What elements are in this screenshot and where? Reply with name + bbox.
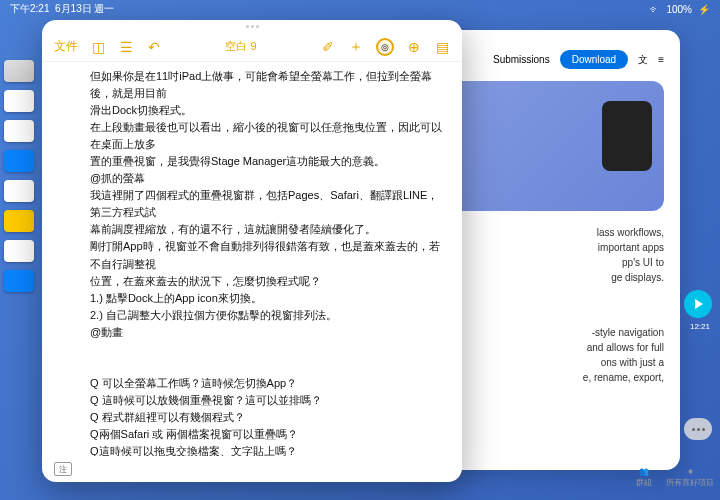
- more-icon[interactable]: [684, 418, 712, 440]
- app-thumbnail[interactable]: [4, 180, 34, 202]
- note-body[interactable]: 但如果你是在11吋iPad上做事，可能會希望全螢幕工作，但拉到全螢幕後，就是用目…: [42, 62, 462, 456]
- wifi-icon: ᯤ: [650, 4, 660, 15]
- sidebar-icon[interactable]: ◫: [90, 39, 106, 55]
- submissions-link[interactable]: Submissions: [493, 54, 550, 65]
- people-icon: 👥: [639, 467, 649, 476]
- annotation-icon[interactable]: 注: [54, 462, 72, 476]
- add-icon[interactable]: ＋: [348, 39, 364, 55]
- notes-toolbar: 文件 ◫ ☰ ↶ 空白 9 ✐ ＋ ◎ ⊕ ▤: [42, 32, 462, 62]
- window-grabber[interactable]: [42, 20, 462, 32]
- app-thumbnail[interactable]: [4, 60, 34, 82]
- star-icon: ★: [687, 467, 694, 476]
- list-icon[interactable]: ☰: [118, 39, 134, 55]
- bookmark-icon[interactable]: ▤: [434, 39, 450, 55]
- status-bar: 下午2:21 6月13日 週一 ᯤ 100% ⚡: [0, 0, 720, 18]
- ipad-mockup-image: [436, 81, 664, 211]
- undo-icon[interactable]: ↶: [146, 39, 162, 55]
- app-thumbnail[interactable]: [4, 270, 34, 292]
- download-button[interactable]: Download: [560, 50, 628, 69]
- app-thumbnail[interactable]: [4, 90, 34, 112]
- brush-icon[interactable]: ✐: [320, 39, 336, 55]
- play-button[interactable]: [684, 290, 712, 318]
- notes-footer: 注: [42, 456, 462, 482]
- app-thumbnail[interactable]: [4, 150, 34, 172]
- app-thumbnail[interactable]: [4, 210, 34, 232]
- bottom-tabs: 👥群組 ★所有喜好項目: [636, 467, 714, 488]
- article-text: lass workflows, important apps pp's UI t…: [436, 225, 664, 385]
- more-icon[interactable]: ⊕: [406, 39, 422, 55]
- collaborate-icon[interactable]: ◎: [376, 38, 394, 56]
- app-thumbnail[interactable]: [4, 240, 34, 262]
- style-picker[interactable]: 空白 9: [174, 39, 308, 54]
- menu-icon[interactable]: ≡: [658, 54, 664, 65]
- timestamp: 12:21: [690, 322, 710, 331]
- notes-window[interactable]: 文件 ◫ ☰ ↶ 空白 9 ✐ ＋ ◎ ⊕ ▤ 但如果你是在11吋iPad上做事…: [42, 20, 462, 482]
- documents-button[interactable]: 文件: [54, 38, 78, 55]
- app-thumbnail[interactable]: [4, 120, 34, 142]
- stage-manager-strip[interactable]: [0, 60, 38, 292]
